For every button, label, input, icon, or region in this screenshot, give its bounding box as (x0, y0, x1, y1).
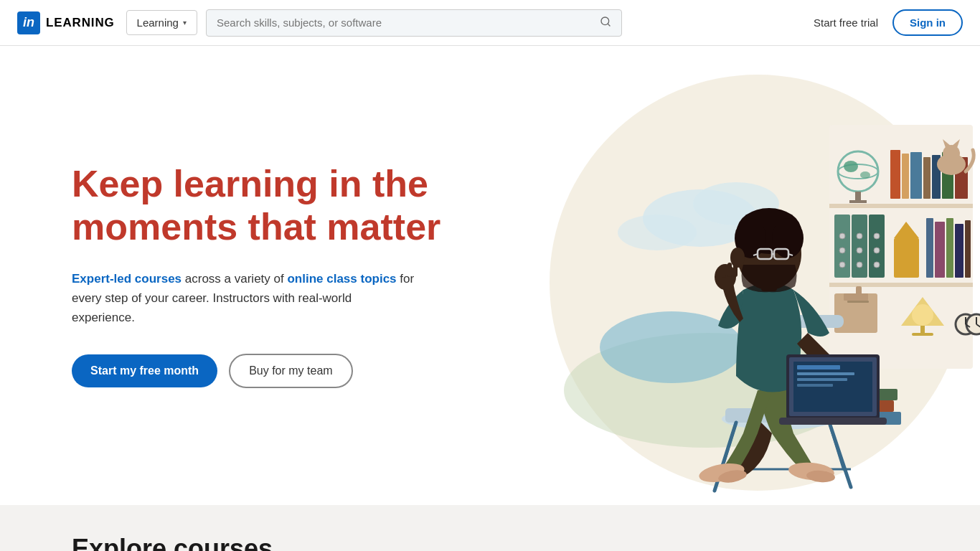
start-free-trial-link[interactable]: Start free trial (814, 17, 878, 29)
svg-rect-49 (856, 286, 862, 295)
svg-rect-97 (797, 365, 840, 369)
svg-point-31 (839, 233, 845, 239)
svg-rect-29 (852, 215, 867, 278)
explore-section: Explore courses (0, 505, 980, 551)
svg-point-34 (857, 233, 862, 239)
svg-rect-10 (829, 283, 973, 287)
svg-point-25 (943, 145, 960, 162)
svg-rect-101 (779, 418, 887, 425)
svg-rect-53 (912, 333, 933, 336)
search-bar (206, 9, 622, 37)
svg-rect-43 (935, 222, 945, 278)
svg-rect-9 (829, 204, 973, 208)
brand-name: LEARNING (46, 16, 115, 30)
linkedin-icon: in (17, 11, 40, 34)
svg-point-5 (618, 215, 697, 250)
svg-rect-45 (955, 224, 963, 278)
svg-rect-42 (926, 218, 933, 278)
hero-subtitle: Expert-led courses across a variety of o… (72, 269, 416, 328)
svg-rect-46 (965, 220, 971, 278)
svg-rect-30 (869, 215, 885, 278)
svg-rect-80 (722, 265, 726, 278)
svg-rect-40 (894, 238, 919, 278)
hero-illustration (478, 46, 980, 505)
buy-for-team-button[interactable]: Buy for my team (229, 354, 352, 388)
logo[interactable]: in LEARNING (17, 11, 115, 34)
svg-point-16 (860, 171, 870, 179)
svg-rect-98 (797, 372, 854, 375)
svg-rect-18 (902, 154, 909, 199)
svg-rect-19 (910, 152, 922, 199)
svg-point-35 (857, 248, 862, 253)
svg-rect-44 (946, 218, 953, 278)
svg-rect-99 (797, 378, 847, 381)
hero-section: Keep learning in the moments that matter… (0, 46, 980, 505)
start-free-month-button[interactable]: Start my free month (72, 354, 217, 387)
svg-rect-50 (847, 301, 869, 303)
hero-content: Keep learning in the moments that matter… (72, 163, 488, 387)
svg-point-39 (874, 262, 880, 268)
online-class-link[interactable]: online class topics (287, 272, 396, 286)
svg-point-37 (874, 233, 880, 239)
svg-rect-17 (890, 150, 900, 199)
expert-led-link[interactable]: Expert-led courses (72, 272, 182, 286)
explore-title: Explore courses (72, 534, 908, 551)
svg-rect-28 (834, 215, 850, 278)
svg-point-93 (730, 248, 745, 268)
chevron-down-icon: ▾ (183, 19, 187, 27)
svg-point-32 (839, 248, 845, 253)
svg-rect-14 (849, 200, 867, 203)
sign-in-button[interactable]: Sign in (892, 9, 963, 36)
search-input[interactable] (217, 17, 593, 29)
hero-buttons: Start my free month Buy for my team (72, 354, 488, 388)
svg-rect-100 (797, 384, 833, 387)
svg-point-15 (844, 161, 858, 172)
svg-point-36 (857, 262, 862, 268)
svg-rect-81 (727, 263, 732, 277)
search-icon (600, 16, 611, 30)
dropdown-label: Learning (137, 17, 179, 29)
svg-point-33 (839, 262, 845, 268)
navbar-actions: Start free trial Sign in (814, 9, 963, 36)
svg-rect-48 (844, 293, 868, 301)
svg-point-56 (966, 314, 980, 334)
learning-dropdown[interactable]: Learning ▾ (126, 10, 197, 35)
hero-title: Keep learning in the moments that matter (72, 163, 488, 249)
navbar: in LEARNING Learning ▾ Start free trial … (0, 0, 980, 46)
svg-rect-52 (920, 326, 925, 333)
svg-point-38 (874, 248, 880, 253)
svg-point-54 (912, 304, 933, 326)
svg-line-1 (608, 24, 610, 26)
svg-rect-13 (855, 192, 861, 200)
svg-rect-20 (923, 157, 930, 199)
